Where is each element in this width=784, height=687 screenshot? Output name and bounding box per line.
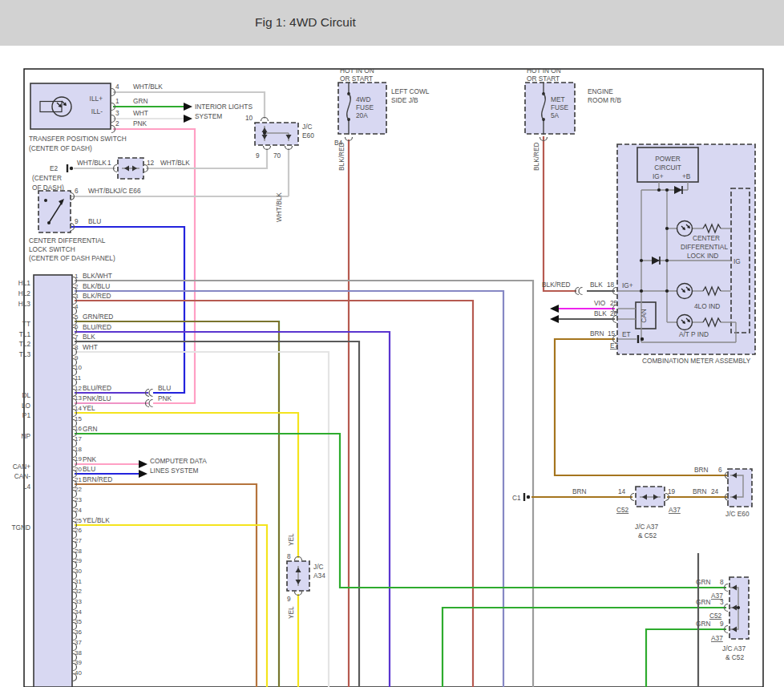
- diagram-label: LOCK IND: [687, 252, 718, 260]
- diagram-label: BRN: [590, 329, 604, 337]
- diagram-label: PNK: [83, 455, 97, 463]
- pin-number: 27: [75, 537, 82, 544]
- wire-grn: [443, 608, 726, 687]
- diagram-label: & C52: [638, 531, 657, 539]
- diagram-label: 12: [147, 159, 155, 167]
- diagram-label: 10: [245, 114, 253, 122]
- diagram-label: PNK/BLU: [83, 394, 111, 402]
- diagram-label: A/T P IND: [679, 330, 709, 338]
- diagram-label: 4LO IND: [694, 302, 720, 310]
- diagram-label: L4: [23, 483, 31, 491]
- switch-contact-icon: [44, 199, 47, 202]
- diagram-label: BLK/RED: [337, 142, 346, 171]
- pin-number: 31: [75, 578, 82, 585]
- diagram-label: C52: [709, 612, 722, 620]
- diagram-label: BLU/RED: [83, 323, 111, 331]
- system-arrow-icon: [184, 115, 192, 123]
- pin-number: 13: [75, 394, 82, 402]
- diagram-label: 15: [608, 329, 616, 337]
- diagram-label: OF DASH): [32, 184, 64, 192]
- diagram-label: (CENTER: [32, 174, 62, 182]
- wire-wht: [75, 352, 329, 687]
- left-connector: [34, 275, 72, 687]
- diagram-label: C1: [512, 494, 521, 502]
- pin-number: 28: [75, 548, 82, 555]
- diagram-label: TL2: [19, 340, 31, 348]
- diagram-label: BRN/RED: [83, 475, 112, 483]
- diagram-label: DIFFERENTIAL: [681, 243, 728, 251]
- diagram-label: BRN: [572, 487, 587, 495]
- diagram-label: LINES SYSTEM: [150, 467, 198, 475]
- diagram-label: 4WD: [356, 95, 370, 103]
- wire-blk_blu: [75, 291, 503, 687]
- system-arrow-icon: [184, 103, 192, 111]
- wire-blk_red: [544, 136, 576, 291]
- diagram-label: & C52: [725, 653, 744, 661]
- diagram-label: GRN: [696, 598, 710, 606]
- diagram-label: IG: [733, 257, 741, 265]
- diagram-label: BRN: [693, 487, 707, 495]
- center-diff-lock-switch: [38, 191, 71, 232]
- pin-number: 40: [75, 669, 82, 677]
- diagram-label: HL3: [18, 300, 31, 308]
- diagram-label: BLU: [83, 465, 95, 473]
- diagram-label: DL: [22, 391, 30, 399]
- pin-number: 1: [75, 273, 79, 280]
- pin-number: 4: [75, 303, 79, 310]
- diagram-label: CENTER DIFFERENTIAL: [29, 236, 106, 244]
- diagram-label: 19: [668, 487, 676, 495]
- diagram-label: ROOM R/B: [588, 96, 621, 104]
- diagram-label: A34: [313, 572, 325, 580]
- diagram-label: SIDE J/B: [391, 96, 418, 104]
- pin-number: 8: [75, 344, 79, 351]
- pin-number: 39: [75, 659, 82, 666]
- diagram-label: E7: [610, 341, 619, 350]
- splice-mark: [149, 400, 153, 407]
- diagram-label: 9: [75, 217, 79, 225]
- diagram-label: J/C A37: [722, 645, 746, 653]
- pin-number: 6: [75, 323, 79, 330]
- pin-number: 2: [75, 283, 79, 290]
- pin-number: 10: [75, 364, 82, 371]
- pin-number: 12: [75, 385, 82, 392]
- diagram-label: PNK: [133, 119, 148, 127]
- diagram-label: J/C E60: [725, 510, 750, 518]
- pin-number: 36: [75, 628, 82, 636]
- pin-number: 37: [75, 639, 82, 646]
- diagram-label: BLK/RED: [542, 281, 571, 289]
- ground-icon: [527, 495, 530, 499]
- diagram-label: HOT IN ON: [340, 67, 374, 75]
- diagram-label: TT: [22, 320, 30, 328]
- diagram-label: 9: [256, 152, 260, 160]
- diagram-label: (CENTER OF DASH PANEL): [29, 254, 115, 262]
- diagram-label: 18: [607, 281, 615, 289]
- pin-number: 32: [75, 588, 82, 595]
- diagram-label: J/C E66: [117, 187, 141, 195]
- pin-number: 18: [75, 446, 82, 453]
- system-arrow-icon: [139, 470, 148, 478]
- diagram-label: J/C A37: [635, 523, 658, 531]
- diagram-label: BLK/BLU: [83, 282, 110, 290]
- diagram-label: IG+: [653, 172, 664, 180]
- diagram-label: POWER: [655, 155, 680, 163]
- diagram-label: OR START: [527, 75, 560, 83]
- diagram-label: WHT/BLK: [275, 192, 283, 222]
- junction-dot: [657, 188, 661, 192]
- system-arrow-icon: [550, 315, 559, 323]
- diagram-label: ET: [622, 330, 631, 338]
- diagram-label: HL2: [18, 289, 31, 297]
- diagram-label: HOT IN ON: [527, 67, 561, 75]
- junction-dot: [640, 259, 643, 262]
- diagram-label: 2: [115, 119, 119, 127]
- diagram-label: WHT/BLK: [88, 187, 118, 195]
- junction-dot: [263, 131, 266, 135]
- junction-dot: [665, 259, 669, 262]
- diagram-label: NP: [21, 432, 30, 440]
- pin-number: 14: [75, 405, 82, 412]
- pin-number: 29: [75, 557, 82, 564]
- ground-icon: [70, 167, 73, 170]
- diagram-label: 25: [610, 299, 618, 307]
- wire-blu: [71, 227, 184, 393]
- jc-e60-right: [728, 469, 752, 507]
- diagram-label: 9: [287, 595, 291, 603]
